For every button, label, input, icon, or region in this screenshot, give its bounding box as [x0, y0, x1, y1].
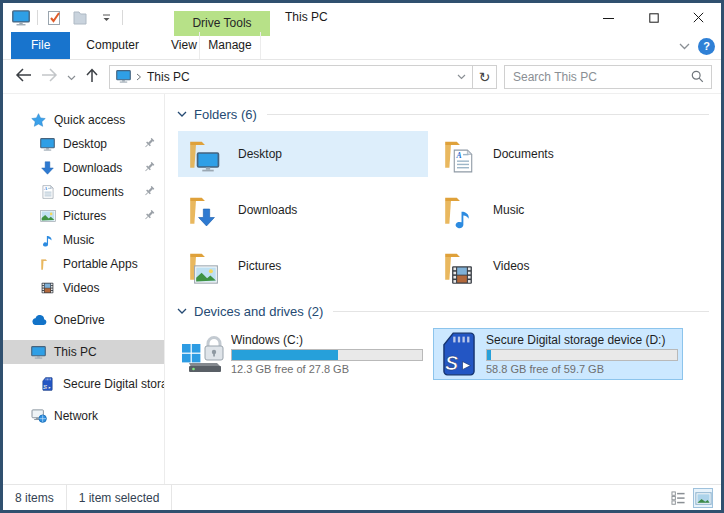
this-pc-icon[interactable]	[11, 8, 31, 28]
drive-name: Secure Digital storage device (D:)	[486, 333, 676, 347]
music-note-icon	[39, 233, 56, 247]
selection-count: 1 item selected	[67, 491, 172, 505]
drive-name: Windows (C:)	[231, 333, 421, 347]
drive-tile-sd-card-d[interactable]: Secure Digital storage device (D:) 58.8 …	[433, 328, 683, 380]
film-icon	[451, 265, 473, 285]
sidebar-item-portable-apps[interactable]: Portable Apps	[3, 252, 164, 276]
sidebar-item-music[interactable]: Music	[3, 228, 164, 252]
sidebar-item-label: Quick access	[54, 113, 125, 127]
quick-access-toolbar	[3, 8, 123, 28]
sidebar-group-gap	[3, 332, 164, 340]
status-bar: 8 items 1 item selected	[3, 484, 721, 510]
downloads-icon	[39, 161, 56, 175]
navigation-buttons	[3, 68, 107, 86]
expand-ribbon-chevron-icon[interactable]	[679, 39, 690, 53]
search-box[interactable]	[504, 65, 712, 89]
toolbar-separator	[122, 10, 123, 25]
folders-section-header[interactable]: Folders (6)	[177, 104, 713, 124]
sidebar-item-downloads[interactable]: Downloads	[3, 156, 164, 180]
breadcrumb-chevron-icon	[136, 73, 142, 81]
folder-tile-music[interactable]: Music	[433, 187, 683, 233]
folder-tile-pictures[interactable]: Pictures	[178, 243, 428, 289]
maximize-button[interactable]	[631, 3, 676, 32]
quick-access-star-icon	[30, 113, 47, 127]
folder-tile-downloads[interactable]: Downloads	[178, 187, 428, 233]
close-button[interactable]	[676, 3, 721, 32]
minimize-button[interactable]	[586, 3, 631, 32]
pin-icon	[142, 160, 156, 177]
sidebar-item-label: Network	[54, 409, 98, 423]
devices-section-header[interactable]: Devices and drives (2)	[177, 301, 713, 321]
ribbon-tab-bar: File Computer View Manage ?	[3, 32, 721, 60]
file-explorer-window: Drive Tools This PC File Computer View M…	[0, 0, 724, 513]
sidebar-group-gap	[3, 300, 164, 308]
folder-tile-documents[interactable]: Documents	[433, 131, 683, 177]
sidebar-item-label: Videos	[63, 281, 99, 295]
drive-usage-bar	[486, 349, 678, 361]
pin-icon	[142, 208, 156, 225]
drives-grid: Windows (C:) 12.3 GB free of 27.8 GB Sec…	[178, 328, 713, 380]
title-bar: Drive Tools This PC	[3, 3, 721, 32]
film-icon	[39, 282, 56, 294]
sd-card-icon	[39, 377, 56, 391]
large-icons-view-button[interactable]	[693, 488, 713, 508]
collapse-chevron-icon[interactable]	[177, 308, 187, 315]
recent-locations-chevron-icon[interactable]	[67, 70, 76, 84]
sidebar-item-videos[interactable]: Videos	[3, 276, 164, 300]
sidebar-item-secure-digital-storage[interactable]: Secure Digital storage	[3, 372, 164, 396]
sidebar-group-gap	[3, 396, 164, 404]
drive-free-space: 12.3 GB free of 27.8 GB	[231, 363, 421, 375]
tile-label: Desktop	[238, 147, 282, 161]
onedrive-cloud-icon	[30, 315, 47, 326]
document-icon	[453, 149, 473, 173]
search-icon[interactable]	[691, 70, 711, 83]
sidebar-item-label: Pictures	[63, 209, 106, 223]
this-pc-icon	[116, 70, 131, 83]
tab-computer[interactable]: Computer	[70, 32, 155, 59]
status-separator	[171, 485, 172, 510]
sidebar-item-label: Portable Apps	[63, 257, 138, 271]
details-view-button[interactable]	[668, 488, 688, 508]
sidebar-item-label: Secure Digital storage	[63, 377, 164, 391]
collapse-chevron-icon[interactable]	[177, 111, 187, 118]
up-button[interactable]	[85, 68, 99, 86]
sidebar-item-network[interactable]: Network	[3, 404, 164, 428]
forward-button[interactable]	[41, 68, 58, 85]
window-controls	[586, 3, 721, 32]
new-folder-icon[interactable]	[70, 8, 90, 28]
tile-label: Videos	[493, 259, 529, 273]
properties-icon[interactable]	[44, 8, 64, 28]
back-button[interactable]	[15, 68, 32, 85]
folders-grid: Desktop Downloads Pictures Documents	[178, 131, 713, 289]
documents-icon	[39, 185, 56, 199]
folder-tile-desktop[interactable]: Desktop	[178, 131, 428, 177]
sidebar-item-onedrive[interactable]: OneDrive	[3, 308, 164, 332]
folder-tile-videos[interactable]: Videos	[433, 243, 683, 289]
refresh-button[interactable]: ↻	[473, 65, 497, 89]
tab-file[interactable]: File	[11, 32, 70, 59]
section-title: Folders (6)	[194, 107, 257, 122]
breadcrumb[interactable]: This PC	[110, 66, 196, 88]
address-bar[interactable]: This PC	[109, 65, 473, 89]
tile-label: Documents	[493, 147, 554, 161]
sidebar-item-documents[interactable]: Documents	[3, 180, 164, 204]
sidebar-item-label: Desktop	[63, 137, 107, 151]
ribbon-right-controls: ?	[679, 32, 715, 60]
tab-manage[interactable]: Manage	[199, 32, 261, 59]
sidebar-item-label: Downloads	[63, 161, 122, 175]
customize-toolbar-chevron-icon[interactable]	[96, 8, 116, 28]
address-dropdown-chevron-icon[interactable]	[450, 66, 472, 88]
help-icon[interactable]: ?	[698, 38, 715, 55]
pin-icon	[142, 136, 156, 153]
sidebar-item-desktop[interactable]: Desktop	[3, 132, 164, 156]
desktop-monitor-icon	[196, 152, 220, 172]
sidebar-item-quick-access[interactable]: Quick access	[3, 108, 164, 132]
drive-usage-fill	[232, 350, 338, 360]
search-input[interactable]	[505, 70, 691, 84]
sidebar-item-pictures[interactable]: Pictures	[3, 204, 164, 228]
section-title: Devices and drives (2)	[194, 304, 323, 319]
music-note-icon	[454, 207, 471, 229]
drive-tile-windows-c[interactable]: Windows (C:) 12.3 GB free of 27.8 GB	[178, 328, 428, 380]
sidebar-item-this-pc[interactable]: This PC	[3, 340, 164, 364]
section-rule	[267, 114, 709, 115]
